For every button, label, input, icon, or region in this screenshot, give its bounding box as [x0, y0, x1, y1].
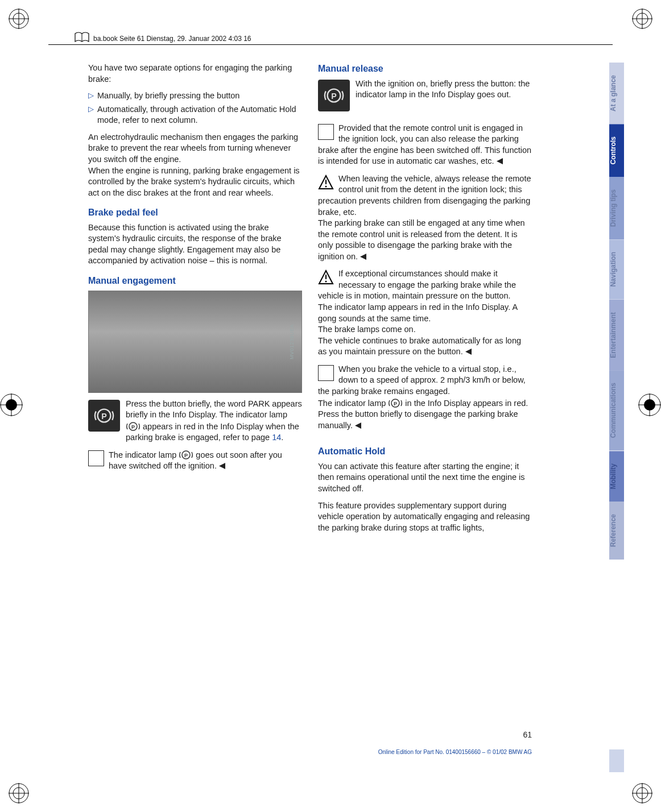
bullet-triangle-icon: ▷ — [88, 104, 94, 126]
warning-paragraph: If exceptional circumstances should make… — [318, 268, 532, 358]
paragraph: You have two separate options for engagi… — [88, 63, 302, 85]
svg-point-41 — [325, 281, 327, 283]
note-icon — [318, 124, 334, 140]
warning-triangle-icon — [318, 270, 334, 285]
paragraph-text: . — [281, 433, 283, 442]
svg-text:P: P — [394, 401, 397, 407]
warning-triangle-icon — [318, 175, 334, 190]
tab-driving-tips[interactable]: Driving tips — [609, 177, 624, 239]
parking-indicator-icon: P — [318, 80, 350, 111]
crop-mark-icon — [632, 783, 652, 803]
tab-entertainment[interactable]: Entertainment — [609, 300, 624, 371]
bullet-triangle-icon: ▷ — [88, 90, 94, 102]
paragraph-text: If exceptional circumstances should make… — [318, 269, 516, 300]
header-meta-text: ba.book Seite 61 Dienstag, 29. Januar 20… — [93, 35, 251, 43]
tab-communications[interactable]: Communications — [609, 370, 624, 450]
end-triangle-icon — [355, 421, 361, 432]
photo-code: MV01239UEA — [288, 324, 295, 359]
page-edge-marker — [609, 749, 624, 772]
paragraph: This feature provides supplementary supp… — [318, 500, 532, 534]
svg-marker-42 — [465, 349, 472, 355]
heading-automatic-hold: Automatic Hold — [318, 445, 532, 458]
svg-text:P: P — [131, 424, 135, 430]
header-meta: ba.book Seite 61 Dienstag, 29. Januar 20… — [74, 31, 251, 45]
paragraph-text: The indicator lamp appears in red in the… — [318, 303, 517, 323]
warning-paragraph: When leaving the vehicle, always release… — [318, 173, 532, 263]
heading-manual-engagement: Manual engagement — [88, 275, 302, 287]
note-paragraph: The indicator lamp P goes out soon after… — [88, 449, 302, 473]
svg-point-37 — [325, 185, 327, 187]
svg-text:P: P — [101, 411, 107, 420]
header-rule — [48, 44, 613, 45]
end-triangle-icon — [465, 347, 472, 358]
page-number: 61 — [523, 730, 532, 739]
heading-manual-release: Manual release — [318, 63, 532, 75]
parking-lamp-inline-icon: P — [179, 449, 193, 461]
note-icon — [88, 450, 104, 466]
crop-mark-icon — [632, 9, 652, 29]
registration-mark-icon — [0, 393, 23, 419]
footer-text: Online Edition for Part No. 01400156660 … — [378, 749, 532, 755]
parking-lamp-inline-icon: P — [388, 397, 403, 409]
registration-mark-icon — [638, 393, 661, 419]
end-triangle-icon — [219, 461, 225, 473]
paragraph: An electrohydraulic mechanism then engag… — [88, 132, 302, 198]
paragraph-text: The indicator lamp — [318, 399, 388, 408]
bullet-text: Automatically, through activation of the… — [97, 104, 302, 126]
paragraph-text: When the engine is running, parking brak… — [88, 166, 300, 197]
tab-controls[interactable]: Controls — [609, 124, 624, 177]
parking-indicator-icon: P — [88, 400, 120, 432]
paragraph-text: The indicator lamp — [109, 450, 179, 459]
paragraph: P Press the button briefly, the word PAR… — [88, 399, 302, 444]
svg-text:P: P — [331, 91, 337, 100]
paragraph: You can activate this feature after star… — [318, 461, 532, 495]
paragraph-text: The parking brake can still be engaged a… — [318, 218, 525, 261]
paragraph-text: The brake lamps come on. — [318, 325, 416, 334]
svg-marker-31 — [219, 463, 225, 469]
note-icon — [318, 365, 334, 381]
bullet-item: ▷ Automatically, through activation of t… — [88, 104, 302, 126]
paragraph-text: An electrohydraulic mechanism then engag… — [88, 132, 298, 164]
paragraph: Because this function is activated using… — [88, 222, 302, 267]
paragraph-text: When you brake the vehicle to a virtual … — [318, 364, 526, 396]
tab-at-a-glance[interactable]: At a glance — [609, 63, 624, 124]
tab-reference[interactable]: Reference — [609, 502, 624, 560]
note-paragraph: When you brake the vehicle to a virtual … — [318, 364, 532, 432]
open-book-icon — [74, 31, 90, 45]
paragraph: P With the ignition on, briefly press th… — [318, 78, 532, 101]
bullet-item: ▷ Manually, by briefly pressing the butt… — [88, 90, 302, 102]
bullet-text: Manually, by briefly pressing the button — [97, 90, 239, 102]
parking-lamp-inline-icon: P — [126, 421, 141, 432]
crop-mark-icon — [9, 9, 29, 29]
paragraph-text: Press the button briefly, the word PARK … — [126, 399, 302, 420]
paragraph-text: When leaving the vehicle, always release… — [318, 174, 531, 217]
tab-navigation[interactable]: Navigation — [609, 239, 624, 299]
svg-text:P: P — [184, 453, 188, 458]
svg-marker-45 — [355, 422, 361, 429]
tab-mobility[interactable]: Mobility — [609, 451, 624, 502]
crop-mark-icon — [9, 783, 29, 803]
page-link-14[interactable]: 14 — [272, 433, 281, 442]
paragraph-text: The vehicle continues to brake automatic… — [318, 336, 521, 357]
end-triangle-icon — [360, 252, 366, 263]
column-right: Manual release P With the ignition on, b… — [318, 63, 532, 539]
dashboard-photo: MV01239UEA — [88, 291, 302, 393]
svg-marker-34 — [497, 158, 503, 164]
section-tabs: At a glance Controls Driving tips Naviga… — [609, 63, 624, 560]
note-paragraph: Provided that the remote control unit is… — [318, 123, 532, 168]
svg-marker-38 — [360, 254, 366, 260]
end-triangle-icon — [497, 156, 503, 168]
column-left: You have two separate options for engagi… — [88, 63, 302, 539]
paragraph-text: With the ignition on, briefly press the … — [356, 79, 530, 100]
heading-brake-pedal-feel: Brake pedal feel — [88, 206, 302, 219]
